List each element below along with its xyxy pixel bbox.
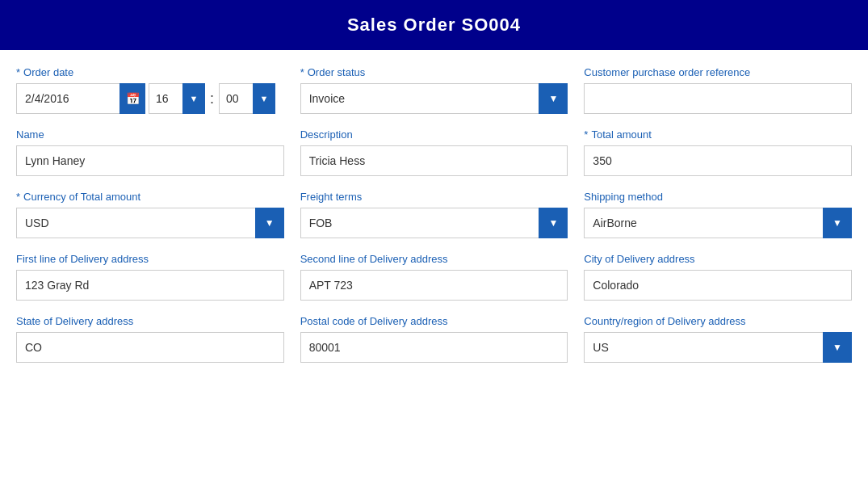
city-delivery-input[interactable]	[584, 270, 852, 301]
currency-select[interactable]: USD EUR GBP CAD	[16, 208, 284, 238]
postal-code-group: Postal code of Delivery address	[300, 315, 568, 363]
description-input[interactable]	[300, 145, 568, 176]
hour-select[interactable]: 16 000102 030405 060708 091011 121314 15…	[149, 83, 205, 114]
date-input-wrapper: 📅	[16, 83, 145, 114]
form-row-5: State of Delivery address Postal code of…	[16, 315, 852, 363]
datetime-group: 📅 16 000102 030405 060708 091011 121314 …	[16, 83, 284, 114]
currency-required-star: *	[16, 191, 20, 203]
total-amount-label-row: * Total amount	[584, 128, 852, 141]
second-delivery-group: Second line of Delivery address	[300, 253, 568, 301]
freight-terms-select[interactable]: FOB CIF EXW DDP	[300, 208, 568, 238]
total-amount-input[interactable]	[584, 145, 852, 176]
order-date-required-star: *	[16, 66, 20, 78]
order-status-label-row: * Order status	[300, 66, 568, 78]
page-header: Sales Order SO004	[0, 0, 868, 50]
total-amount-group: * Total amount	[584, 128, 852, 176]
minute-select[interactable]: 00 153045	[219, 83, 275, 114]
shipping-method-select-wrapper: AirBorne Ground Sea Freight Express	[584, 208, 852, 238]
order-date-label-row: * Order date	[16, 66, 284, 78]
page-title: Sales Order SO004	[347, 15, 521, 35]
second-delivery-label: Second line of Delivery address	[300, 253, 568, 265]
name-label: Name	[16, 128, 284, 141]
first-delivery-group: First line of Delivery address	[16, 253, 284, 301]
country-region-group: Country/region of Delivery address US CA…	[584, 315, 852, 363]
shipping-method-select[interactable]: AirBorne Ground Sea Freight Express	[584, 208, 852, 238]
currency-group: * Currency of Total amount USD EUR GBP C…	[16, 191, 284, 238]
form-container: * Order date 📅 16 000102 030405 060708	[0, 50, 868, 393]
description-label: Description	[300, 128, 568, 141]
shipping-method-group: Shipping method AirBorne Ground Sea Frei…	[584, 191, 852, 238]
order-status-label: Order status	[308, 66, 366, 78]
customer-po-ref-group: Customer purchase order reference	[584, 66, 852, 114]
city-delivery-group: City of Delivery address	[584, 253, 852, 301]
freight-terms-select-wrapper: FOB CIF EXW DDP	[300, 208, 568, 238]
form-row-2: Name Description * Total amount	[16, 128, 852, 176]
customer-po-ref-input[interactable]	[584, 83, 852, 114]
time-colon: :	[208, 90, 216, 107]
name-group: Name	[16, 128, 284, 176]
currency-label-row: * Currency of Total amount	[16, 191, 284, 203]
second-delivery-input[interactable]	[300, 270, 568, 301]
state-delivery-label: State of Delivery address	[16, 315, 284, 327]
postal-code-input[interactable]	[300, 332, 568, 363]
order-status-group: * Order status Invoice Draft Confirmed C…	[300, 66, 568, 114]
state-delivery-input[interactable]	[16, 332, 284, 363]
shipping-method-label: Shipping method	[584, 191, 852, 203]
customer-po-ref-label: Customer purchase order reference	[584, 66, 750, 78]
freight-terms-group: Freight terms FOB CIF EXW DDP	[300, 191, 568, 238]
customer-po-ref-label-row: Customer purchase order reference	[584, 66, 852, 78]
freight-terms-label: Freight terms	[300, 191, 568, 203]
name-input[interactable]	[16, 145, 284, 176]
description-group: Description	[300, 128, 568, 176]
order-status-required-star: *	[300, 66, 304, 78]
order-status-select-wrapper: Invoice Draft Confirmed Cancelled	[300, 83, 568, 114]
hour-select-wrapper: 16 000102 030405 060708 091011 121314 15…	[149, 83, 205, 114]
calendar-button[interactable]: 📅	[120, 83, 145, 114]
postal-code-label: Postal code of Delivery address	[300, 315, 568, 327]
country-region-select-wrapper: US CA UK AU DE	[584, 332, 852, 363]
form-row-1: * Order date 📅 16 000102 030405 060708	[16, 66, 852, 114]
country-region-label: Country/region of Delivery address	[584, 315, 852, 327]
city-delivery-label: City of Delivery address	[584, 253, 852, 265]
first-delivery-label: First line of Delivery address	[16, 253, 284, 265]
country-region-select[interactable]: US CA UK AU DE	[584, 332, 852, 363]
currency-label: Currency of Total amount	[23, 191, 140, 203]
order-status-select[interactable]: Invoice Draft Confirmed Cancelled	[300, 83, 568, 114]
total-amount-label: Total amount	[591, 128, 651, 141]
first-delivery-input[interactable]	[16, 270, 284, 301]
minute-select-wrapper: 00 153045	[219, 83, 275, 114]
order-date-group: * Order date 📅 16 000102 030405 060708	[16, 66, 284, 114]
currency-select-wrapper: USD EUR GBP CAD	[16, 208, 284, 238]
form-row-4: First line of Delivery address Second li…	[16, 253, 852, 301]
order-date-label: Order date	[23, 66, 73, 78]
state-delivery-group: State of Delivery address	[16, 315, 284, 363]
form-row-3: * Currency of Total amount USD EUR GBP C…	[16, 191, 852, 238]
app-container: Sales Order SO004 * Order date 📅 16	[0, 0, 868, 393]
total-amount-required-star: *	[584, 128, 588, 141]
